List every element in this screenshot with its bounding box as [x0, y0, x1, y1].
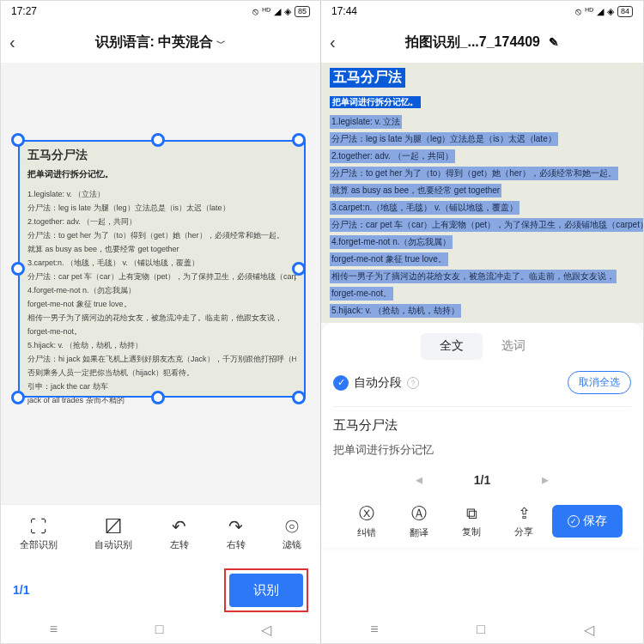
nav-recent-icon[interactable]: ≡: [370, 622, 378, 637]
nav-back-icon[interactable]: ◁: [584, 622, 594, 638]
tool-rotate-left[interactable]: ↶左转: [170, 518, 189, 551]
action-copy[interactable]: ⧉复制: [447, 505, 496, 538]
preview-title: 五马分尸法: [333, 417, 631, 434]
copy-icon: ⧉: [466, 505, 477, 523]
auto-segment-row: ✓ 自动分段 ? 取消全选: [333, 371, 631, 394]
tool-filter[interactable]: ⦾滤镜: [283, 518, 301, 551]
system-nav: ≡ □ ◁: [1, 616, 320, 643]
autoseg-checkbox[interactable]: ✓: [333, 375, 349, 391]
bottom-actions: ⓧ纠错 Ⓐ翻译 ⧉复制 ⇪分享 ✓ 保存: [333, 496, 631, 548]
action-translate[interactable]: Ⓐ翻译: [394, 503, 443, 539]
tab-selectword[interactable]: 选词: [483, 333, 544, 359]
signal-icon: ◢: [597, 6, 604, 17]
signal-icon: ◢: [274, 6, 281, 17]
hl-subtitle: 把单词进行拆分记忆。: [330, 96, 421, 108]
crop-handle-bm[interactable]: [151, 391, 165, 404]
chevron-down-icon: ﹀: [216, 38, 226, 48]
tool-auto-recognize[interactable]: 〼自动识别: [94, 518, 132, 551]
fullscreen-icon: ⛶: [30, 518, 47, 535]
tool-row: ⛶全部识别 〼自动识别 ↶左转 ↷右转 ⦾滤镜: [1, 504, 320, 564]
system-nav: ≡ □ ◁: [321, 616, 643, 643]
action-correct[interactable]: ⓧ纠错: [342, 503, 391, 539]
battery-icon: 84: [617, 6, 633, 17]
status-bar: 17:44 ⦸ ᴴᴰ ◢ ◈ 84: [321, 1, 643, 21]
check-icon: ✓: [568, 515, 580, 527]
filter-icon: ⦾: [285, 518, 299, 535]
tab-fulltext[interactable]: 全文: [421, 333, 483, 359]
mute-icon: ⦸: [252, 6, 258, 17]
crop-handle-ml[interactable]: [11, 262, 25, 276]
hl-title: 五马分尸法: [330, 68, 405, 88]
rotate-right-icon: ↷: [228, 518, 243, 535]
battery-icon: 85: [295, 6, 310, 17]
nav-recent-icon[interactable]: ≡: [50, 622, 58, 637]
deselect-all-button[interactable]: 取消全选: [568, 371, 631, 394]
pager-next[interactable]: ▸: [542, 471, 549, 488]
preview-box[interactable]: 五马分尸法 把单词进行拆分记忆: [333, 406, 631, 458]
scanned-page: 五马分尸法 把单词进行拆分记忆。 1.legislate: v. （立法） 分尸…: [18, 140, 306, 398]
segment-tabs: 全文 选词: [333, 333, 631, 359]
doc-title: 五马分尸法: [27, 148, 296, 163]
highlighted-text[interactable]: 五马分尸法 把单词进行拆分记忆。 1.legislate: v. 立法 分尸法：…: [321, 63, 643, 323]
right-screen: 17:44 ⦸ ᴴᴰ ◢ ◈ 84 ‹ 拍图识别_...7_174409 ✎ 五…: [321, 1, 643, 643]
header: ‹ 拍图识别_...7_174409 ✎: [321, 21, 643, 63]
doc-subtitle: 把单词进行拆分记忆。: [27, 168, 296, 180]
crop-handle-tm[interactable]: [151, 133, 165, 147]
action-share[interactable]: ⇪分享: [500, 504, 549, 538]
page-indicator: 1/1: [13, 583, 29, 597]
crop-handle-bl[interactable]: [11, 391, 25, 404]
status-bar: 17:27 ⦸ ᴴᴰ ◢ ◈ 85: [1, 1, 320, 21]
back-button[interactable]: ‹: [9, 33, 15, 52]
help-icon[interactable]: ?: [407, 377, 419, 389]
autoseg-label: 自动分段: [354, 375, 402, 391]
status-icons: ⦸ ᴴᴰ ◢ ◈ 85: [252, 6, 310, 17]
wifi-icon: ◈: [607, 6, 614, 17]
result-title: 拍图识别_...7_174409 ✎: [405, 33, 560, 52]
hd-icon: ᴴᴰ: [585, 6, 593, 17]
status-time: 17:44: [331, 5, 357, 17]
recognize-highlight: 识别: [224, 568, 308, 612]
bottom-bar: 1/1 识别: [1, 564, 320, 616]
translate-icon: Ⓐ: [411, 503, 427, 524]
pager: ◂ 1/1 ▸: [333, 458, 631, 496]
crop-canvas[interactable]: 五马分尸法 把单词进行拆分记忆。 1.legislate: v. （立法） 分尸…: [1, 63, 320, 504]
header: ‹ 识别语言: 中英混合﹀: [1, 21, 320, 63]
recognize-button[interactable]: 识别: [229, 574, 303, 607]
left-screen: 17:27 ⦸ ᴴᴰ ◢ ◈ 85 ‹ 识别语言: 中英混合﹀ 五马分尸法 把单…: [1, 1, 321, 643]
nav-home-icon[interactable]: □: [477, 622, 485, 637]
crop-handle-br[interactable]: [292, 391, 306, 404]
crop-handle-tr[interactable]: [292, 133, 306, 147]
preview-sub: 把单词进行拆分记忆: [333, 442, 631, 458]
back-button[interactable]: ‹: [330, 33, 336, 52]
nav-home-icon[interactable]: □: [155, 622, 164, 637]
mute-icon: ⦸: [575, 6, 581, 17]
save-button[interactable]: ✓ 保存: [552, 505, 623, 538]
correct-icon: ⓧ: [359, 503, 374, 524]
status-icons: ⦸ ᴴᴰ ◢ ◈ 84: [575, 6, 633, 17]
pager-prev[interactable]: ◂: [416, 471, 422, 488]
hd-icon: ᴴᴰ: [262, 6, 270, 17]
crop-handle-tl[interactable]: [11, 133, 25, 147]
pager-page: 1/1: [474, 473, 490, 487]
rotate-left-icon: ↶: [172, 518, 186, 535]
language-selector[interactable]: 识别语言: 中英混合﹀: [95, 33, 227, 52]
edit-icon[interactable]: ✎: [549, 35, 559, 49]
crop-handle-mr[interactable]: [292, 262, 306, 276]
tool-full-recognize[interactable]: ⛶全部识别: [20, 518, 58, 551]
bottom-sheet: 全文 选词 ✓ 自动分段 ? 取消全选 五马分尸法 把单词进行拆分记忆 ◂: [321, 323, 643, 548]
result-area: 五马分尸法 把单词进行拆分记忆。 1.legislate: v. 立法 分尸法：…: [321, 63, 643, 616]
wifi-icon: ◈: [284, 6, 291, 17]
nav-back-icon[interactable]: ◁: [261, 622, 271, 638]
share-icon: ⇪: [518, 504, 531, 523]
tool-rotate-right[interactable]: ↷右转: [227, 518, 246, 551]
auto-crop-icon: 〼: [105, 518, 122, 535]
status-time: 17:27: [11, 5, 37, 17]
